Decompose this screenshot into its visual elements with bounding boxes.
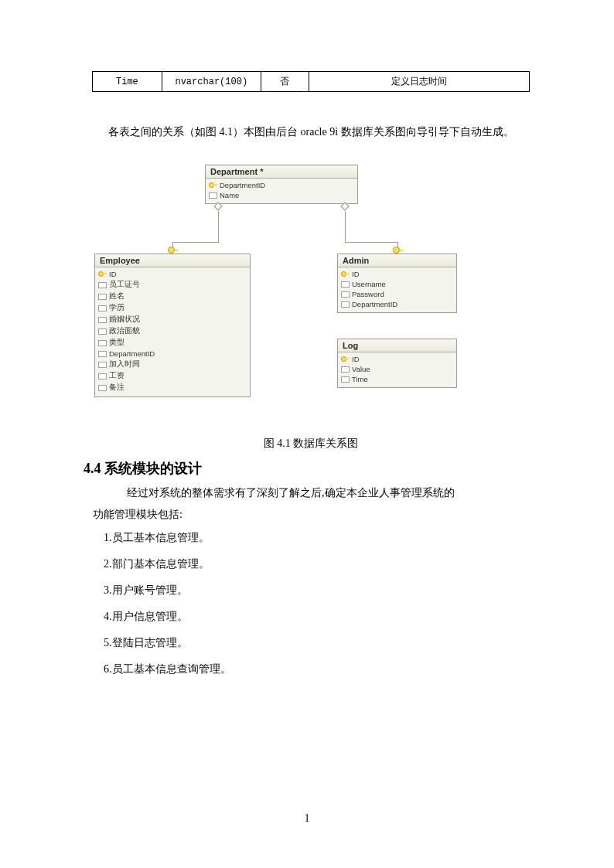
column-icon <box>98 373 107 380</box>
section-intro: 经过对系统的整体需求有了深刻了解之后,确定本企业人事管理系统的 <box>84 484 538 502</box>
entity-title: Log <box>338 339 456 352</box>
key-icon <box>341 271 350 277</box>
intro-paragraph: 各表之间的关系（如图 4.1）本图由后台 oracle 9i 数据库关系图向导引… <box>87 123 538 141</box>
key-icon <box>341 356 350 363</box>
column-icon <box>98 282 107 288</box>
entity-admin: Admin ID Username Password DepartmentID <box>337 254 457 313</box>
column-icon <box>98 294 107 300</box>
field-label: 婚姻状况 <box>109 315 140 325</box>
field-label: ID <box>352 270 360 278</box>
cell-type: nvarchar(100) <box>162 72 261 92</box>
section-sub: 功能管理模块包括: <box>93 505 538 524</box>
entity-title: Admin <box>338 254 456 267</box>
field-label: ID <box>109 270 117 278</box>
er-diagram: Department * DepartmentID Name Employee … <box>94 165 527 431</box>
field-label: 工资 <box>109 371 125 381</box>
field-label: 学历 <box>109 303 125 313</box>
field-label: ID <box>352 355 360 363</box>
column-icon <box>341 281 350 288</box>
figure-caption: 图 4.1 数据库关系图 <box>84 434 538 453</box>
column-icon <box>341 291 350 298</box>
cell-null: 否 <box>261 72 309 92</box>
cell-field: Time <box>93 72 162 92</box>
field-label: 政治面貌 <box>109 326 140 336</box>
list-item: 2.部门基本信息管理。 <box>104 555 538 574</box>
field-label: 类型 <box>109 338 125 348</box>
field-label: Time <box>352 375 368 383</box>
cell-desc: 定义日志时间 <box>309 72 529 92</box>
key-icon <box>209 182 217 189</box>
column-icon <box>98 340 107 346</box>
field-label: DepartmentID <box>109 349 155 358</box>
column-icon <box>98 385 107 391</box>
field-label: DepartmentID <box>220 181 265 189</box>
column-icon <box>341 366 350 373</box>
column-icon <box>98 317 107 323</box>
relation-key-icon <box>168 247 175 254</box>
column-icon <box>341 301 350 308</box>
connector-line <box>345 242 397 243</box>
field-label: 加入时间 <box>109 359 140 369</box>
relation-key-icon <box>393 247 400 254</box>
list-item: 6.员工基本信息查询管理。 <box>104 660 538 679</box>
list-item: 4.用户信息管理。 <box>104 608 538 626</box>
entity-title: Employee <box>95 254 250 267</box>
key-icon <box>98 271 107 277</box>
field-label: Value <box>352 365 370 373</box>
column-icon <box>98 351 107 357</box>
entity-department: Department * DepartmentID Name <box>205 165 358 204</box>
column-icon <box>209 192 217 199</box>
entity-log: Log ID Value Time <box>337 339 457 388</box>
section-heading: 4.4 系统模块的设计 <box>84 459 538 478</box>
list-item: 3.用户账号管理。 <box>104 581 538 600</box>
connector-line <box>218 211 219 242</box>
entity-employee: Employee ID 员工证号 姓名 学历 婚姻状况 政治面貌 类型 Depa… <box>94 254 251 397</box>
field-label: 姓名 <box>109 291 125 301</box>
list-item: 5.登陆日志管理。 <box>104 634 538 652</box>
entity-title: Department * <box>206 165 357 179</box>
field-label: Password <box>352 290 384 298</box>
connector-line <box>172 242 219 243</box>
field-label: Name <box>220 191 239 199</box>
field-label: 员工证号 <box>109 280 140 290</box>
column-icon <box>98 362 107 368</box>
list-item: 1.员工基本信息管理。 <box>104 529 538 547</box>
page-number: 1 <box>0 812 614 825</box>
column-icon <box>341 376 350 383</box>
column-icon <box>98 305 107 311</box>
column-icon <box>98 328 107 335</box>
field-label: Username <box>352 280 386 288</box>
connector-line <box>345 211 346 242</box>
field-label: 备注 <box>109 383 125 393</box>
field-label: DepartmentID <box>352 300 397 308</box>
table-row: Time nvarchar(100) 否 定义日志时间 <box>92 71 530 92</box>
